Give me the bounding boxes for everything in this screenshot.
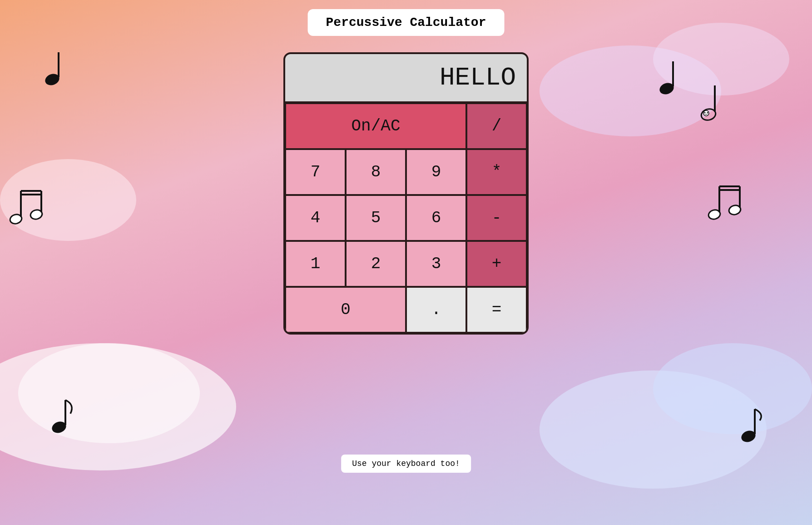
one-button[interactable]: 1 xyxy=(285,241,346,287)
eight-button[interactable]: 8 xyxy=(346,149,406,195)
app-title: Percussive Calculator xyxy=(308,9,505,36)
keyboard-hint: Use your keyboard too! xyxy=(341,455,471,473)
three-button[interactable]: 3 xyxy=(406,241,466,287)
svg-point-2 xyxy=(658,81,675,95)
svg-point-8 xyxy=(707,112,708,114)
svg-point-17 xyxy=(728,204,742,216)
keyboard-hint-text: Use your keyboard too! xyxy=(352,459,460,468)
dot-button[interactable]: . xyxy=(406,287,466,333)
svg-point-15 xyxy=(708,209,721,220)
plus-button[interactable]: + xyxy=(466,241,527,287)
svg-point-4 xyxy=(700,107,717,121)
svg-point-9 xyxy=(9,213,23,225)
multiply-button[interactable]: * xyxy=(466,149,527,195)
four-button[interactable]: 4 xyxy=(285,195,346,241)
svg-point-21 xyxy=(50,420,68,434)
nine-button[interactable]: 9 xyxy=(406,149,466,195)
calculator-display: HELLO xyxy=(285,54,527,103)
svg-point-6 xyxy=(703,110,709,116)
svg-point-23 xyxy=(740,429,757,443)
five-button[interactable]: 5 xyxy=(346,195,406,241)
onac-button[interactable]: On/AC xyxy=(285,103,466,149)
seven-button[interactable]: 7 xyxy=(285,149,346,195)
six-button[interactable]: 6 xyxy=(406,195,466,241)
svg-point-7 xyxy=(704,112,706,114)
divide-button[interactable]: / xyxy=(466,103,527,149)
zero-button[interactable]: 0 xyxy=(285,287,406,333)
button-grid: On/AC / 7 8 9 * 4 5 6 - 1 2 3 + 0 . = xyxy=(285,103,527,333)
svg-point-11 xyxy=(30,209,43,220)
equals-button[interactable]: = xyxy=(466,287,527,333)
calculator: HELLO On/AC / 7 8 9 * 4 5 6 - 1 2 3 + 0 … xyxy=(283,52,529,335)
title-text: Percussive Calculator xyxy=(326,15,486,30)
minus-button[interactable]: - xyxy=(466,195,527,241)
svg-point-0 xyxy=(44,72,61,86)
display-value: HELLO xyxy=(440,63,516,92)
two-button[interactable]: 2 xyxy=(346,241,406,287)
